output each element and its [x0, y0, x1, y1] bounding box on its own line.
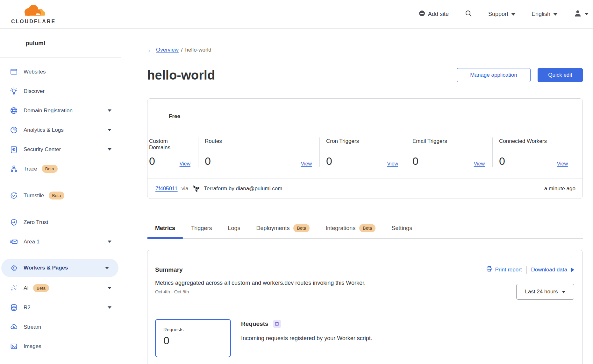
tab-metrics[interactable]: Metrics	[147, 221, 183, 238]
sidebar-item-area-1[interactable]: Area 1	[0, 232, 121, 251]
sidebar-divider	[0, 182, 121, 182]
sidebar-item-label: Discover	[24, 88, 45, 94]
counter-connected-workers: Connected Workers 0 View	[492, 137, 575, 167]
lightbulb-icon	[10, 87, 18, 95]
summary-description: Metrics aggregated across all custom and…	[155, 280, 574, 286]
user-icon	[574, 9, 582, 19]
sidebar: pulumi Websites Discover Domain Registra…	[0, 29, 121, 364]
breadcrumb: ← Overview / hello-world	[147, 47, 583, 53]
sidebar-item-label: Security Center	[24, 146, 61, 153]
breadcrumb-current: hello-world	[185, 47, 211, 53]
quick-edit-button[interactable]: Quick edit	[538, 68, 583, 82]
deployment-id-link[interactable]: 7f405011	[155, 186, 178, 192]
cloudflare-logo[interactable]: CLOUDFLARE	[8, 4, 59, 24]
view-link[interactable]: View	[474, 161, 485, 167]
sidebar-item-label: Turnstile	[24, 192, 44, 199]
search-button[interactable]	[465, 10, 472, 19]
breadcrumb-separator: /	[181, 47, 183, 53]
counter-cron-triggers: Cron Triggers 0 View	[319, 137, 406, 167]
tab-label: Metrics	[155, 225, 175, 232]
sidebar-item-label: Area 1	[24, 239, 39, 245]
sidebar-item-analytics-logs[interactable]: Analytics & Logs	[0, 120, 121, 140]
account-menu[interactable]	[574, 9, 589, 19]
view-link[interactable]: View	[387, 161, 398, 167]
cloudflare-cloud-icon	[21, 4, 46, 19]
sidebar-item-images[interactable]: Images	[0, 337, 121, 356]
tab-logs[interactable]: Logs	[220, 221, 248, 238]
deployment-time: a minute ago	[544, 186, 575, 192]
sidebar-item-ai[interactable]: AI Beta	[0, 278, 121, 298]
counter-label: Connected Workers	[499, 138, 568, 144]
sidebar-item-zero-trust[interactable]: Zero Trust	[0, 213, 121, 232]
deployment-row: 7f405011 via Terraform by diana@pulumi.c…	[147, 178, 582, 199]
sidebar-item-turnstile[interactable]: Turnstile Beta	[0, 186, 121, 205]
sidebar-item-label: Zero Trust	[24, 219, 48, 226]
chevron-down-icon	[585, 13, 589, 15]
sidebar-divider	[0, 209, 121, 209]
requests-description: Incoming requests registered by your Wor…	[241, 335, 372, 342]
counter-label: Custom Domains	[149, 138, 190, 151]
tab-settings[interactable]: Settings	[383, 221, 420, 238]
terraform-icon	[193, 185, 199, 192]
sidebar-item-label: Trace	[24, 166, 37, 172]
counter-value: 0	[499, 155, 505, 167]
account-name[interactable]: pulumi	[0, 29, 121, 58]
beta-badge: Beta	[293, 224, 310, 232]
breadcrumb-overview-link[interactable]: Overview	[156, 47, 179, 53]
view-link[interactable]: View	[557, 161, 568, 167]
sidebar-item-label: Websites	[24, 69, 46, 75]
search-icon	[465, 10, 472, 19]
requests-detail: Requests Incoming requests registered by…	[241, 319, 372, 357]
sidebar-item-domain-registration[interactable]: Domain Registration	[0, 101, 121, 120]
sidebar-item-label: Domain Registration	[24, 108, 73, 114]
language-menu[interactable]: English	[532, 11, 558, 18]
time-range-value: Last 24 hours	[525, 289, 558, 295]
counter-value: 0	[205, 155, 211, 167]
stat-label: Requests	[163, 327, 230, 332]
time-range-select[interactable]: Last 24 hours	[516, 284, 574, 300]
support-menu[interactable]: Support	[488, 11, 516, 18]
beta-badge: Beta	[359, 224, 375, 232]
sidebar-item-trace[interactable]: Trace Beta	[0, 159, 121, 178]
sidebar-item-security-center[interactable]: Security Center	[0, 140, 121, 159]
globe-icon	[10, 107, 18, 115]
counter-value: 0	[149, 155, 155, 167]
main-content: ← Overview / hello-world hello-world Man…	[122, 29, 593, 364]
sidebar-item-websites[interactable]: Websites	[0, 62, 121, 81]
vertical-divider	[526, 266, 527, 274]
chevron-down-icon	[108, 148, 111, 150]
image-icon	[10, 342, 18, 351]
download-data-button[interactable]: Download data	[531, 267, 574, 273]
tab-integrations[interactable]: Integrations Beta	[318, 221, 383, 238]
plan-card: Free Custom Domains 0 View Routes 0 View	[147, 98, 583, 199]
safe-icon	[10, 145, 18, 154]
sidebar-item-discover[interactable]: Discover	[0, 81, 121, 101]
chevron-down-icon	[105, 267, 109, 269]
add-site-button[interactable]: Add site	[419, 10, 449, 18]
chevron-down-icon	[108, 306, 111, 309]
tab-triggers[interactable]: Triggers	[183, 221, 220, 238]
manage-application-button[interactable]: Manage application	[457, 68, 531, 82]
sidebar-item-stream[interactable]: Stream	[0, 317, 121, 337]
sidebar-item-r2[interactable]: R2	[0, 298, 121, 317]
view-link[interactable]: View	[180, 161, 190, 167]
view-link[interactable]: View	[301, 161, 312, 167]
sidebar-item-workers-pages[interactable]: Workers & Pages	[1, 259, 118, 277]
print-report-button[interactable]: Print report	[486, 266, 522, 274]
pie-chart-icon	[10, 126, 18, 134]
tab-label: Logs	[228, 225, 240, 232]
beta-badge: Beta	[33, 284, 49, 292]
counter-label: Cron Triggers	[326, 138, 398, 144]
chevron-down-icon	[108, 129, 111, 131]
printer-icon	[486, 266, 492, 274]
header-actions: Add site Support English	[419, 9, 589, 19]
tab-deployments[interactable]: Deployments Beta	[248, 221, 318, 238]
counter-value: 0	[412, 155, 418, 167]
stream-cloud-play-icon	[10, 323, 18, 331]
plus-circle-icon	[419, 10, 425, 18]
docs-icon[interactable]	[273, 320, 281, 328]
plan-name: Free	[147, 99, 582, 120]
requests-stat-box[interactable]: Requests 0	[155, 319, 231, 357]
counter-label: Routes	[205, 138, 312, 144]
sidebar-item-label: Stream	[24, 324, 41, 330]
